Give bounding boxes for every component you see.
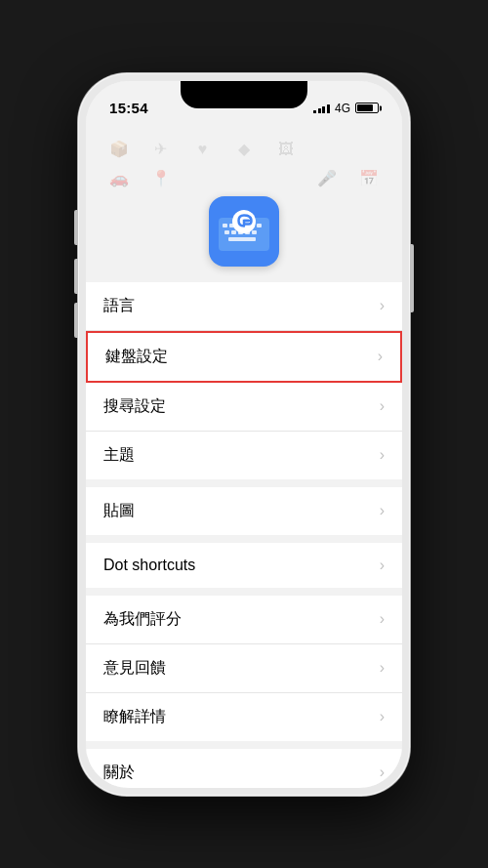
grid-icon-5: 🖼 — [267, 138, 304, 161]
settings-item-language[interactable]: 語言 › — [86, 282, 402, 331]
chevron-icon-stickers: › — [380, 502, 385, 519]
settings-label-stickers: 貼圖 — [103, 501, 135, 521]
svg-rect-2 — [223, 224, 227, 227]
settings-group-4: 為我們評分 › 意見回饋 › 瞭解詳情 › — [86, 596, 402, 741]
grid-icon-8: 🚗 — [102, 167, 138, 190]
settings-item-search-settings[interactable]: 搜尋設定 › — [86, 383, 402, 432]
svg-rect-3 — [229, 224, 234, 227]
settings-item-learn-more[interactable]: 瞭解詳情 › — [86, 693, 402, 741]
settings-group-3: Dot shortcuts › — [86, 543, 402, 588]
background-icon-grid: 📦 ✈ ♥ ◆ 🖼 🚗 📍 🎤 📅 — [86, 132, 402, 196]
chevron-icon-keyboard-settings: › — [378, 348, 383, 365]
settings-label-learn-more: 瞭解詳情 — [103, 707, 166, 727]
svg-rect-8 — [224, 230, 229, 234]
settings-group-1: 語言 › 鍵盤設定 › 搜尋設定 › 主題 › — [86, 282, 402, 479]
settings-label-feedback: 意見回饋 — [103, 658, 166, 679]
grid-icon-14: 📅 — [350, 167, 386, 190]
settings-item-dot-shortcuts[interactable]: Dot shortcuts › — [86, 543, 402, 588]
svg-rect-13 — [228, 237, 256, 241]
grid-icon-9: 📍 — [143, 167, 180, 190]
chevron-icon-about: › — [380, 764, 385, 781]
settings-label-rate-us: 為我們評分 — [103, 609, 182, 630]
settings-item-about[interactable]: 關於 › — [86, 749, 402, 788]
grid-icon-6 — [309, 138, 346, 161]
gboard-logo — [209, 196, 279, 267]
app-header: 📦 ✈ ♥ ◆ 🖼 🚗 📍 🎤 📅 — [86, 124, 402, 282]
battery-fill — [357, 104, 373, 111]
chevron-icon-search-settings: › — [380, 397, 385, 415]
settings-item-theme[interactable]: 主題 › — [86, 432, 402, 479]
svg-rect-10 — [238, 230, 243, 234]
svg-rect-9 — [231, 230, 236, 234]
settings-label-language: 語言 — [103, 296, 135, 316]
grid-icon-13: 🎤 — [309, 167, 346, 190]
settings-item-rate-us[interactable]: 為我們評分 › — [86, 596, 402, 644]
chevron-icon-language: › — [380, 297, 385, 314]
chevron-icon-feedback: › — [380, 659, 385, 677]
gboard-logo-svg — [215, 202, 273, 261]
settings-label-search-settings: 搜尋設定 — [103, 396, 166, 417]
settings-label-keyboard-settings: 鍵盤設定 — [105, 347, 168, 367]
chevron-icon-dot-shortcuts: › — [380, 557, 385, 574]
chevron-icon-learn-more: › — [380, 708, 385, 725]
grid-icon-7 — [350, 138, 386, 161]
grid-icon-11 — [226, 167, 263, 190]
phone-frame: 15:54 4G 📦 ✈ ♥ ◆ 🖼 — [78, 73, 410, 796]
carrier-text: 4G — [335, 102, 350, 115]
settings-label-theme: 主題 — [103, 445, 135, 466]
settings-content: 語言 › 鍵盤設定 › 搜尋設定 › 主題 › 貼圖 — [86, 282, 402, 788]
settings-group-2: 貼圖 › — [86, 487, 402, 535]
grid-icon-10 — [184, 167, 221, 190]
settings-label-about: 關於 — [103, 763, 135, 783]
svg-rect-12 — [252, 230, 257, 234]
battery-icon — [355, 103, 379, 113]
settings-item-keyboard-settings[interactable]: 鍵盤設定 › — [86, 331, 402, 383]
chevron-icon-theme: › — [380, 446, 385, 464]
chevron-icon-rate-us: › — [380, 610, 385, 628]
grid-icon-2: ✈ — [143, 138, 180, 161]
status-icons: 4G — [313, 102, 379, 115]
signal-icon — [313, 103, 330, 113]
settings-label-dot-shortcuts: Dot shortcuts — [103, 557, 195, 574]
settings-item-stickers[interactable]: 貼圖 › — [86, 487, 402, 535]
svg-rect-11 — [245, 230, 250, 234]
svg-rect-7 — [257, 224, 262, 227]
grid-icon-1: 📦 — [102, 138, 138, 161]
settings-item-feedback[interactable]: 意見回饋 › — [86, 644, 402, 693]
grid-icon-12 — [267, 167, 304, 190]
grid-icon-3: ♥ — [184, 138, 221, 161]
status-time: 15:54 — [109, 100, 148, 116]
notch — [181, 81, 307, 108]
settings-group-5: 關於 › — [86, 749, 402, 788]
phone-screen: 15:54 4G 📦 ✈ ♥ ◆ 🖼 — [86, 81, 402, 788]
grid-icon-4: ◆ — [226, 138, 263, 161]
